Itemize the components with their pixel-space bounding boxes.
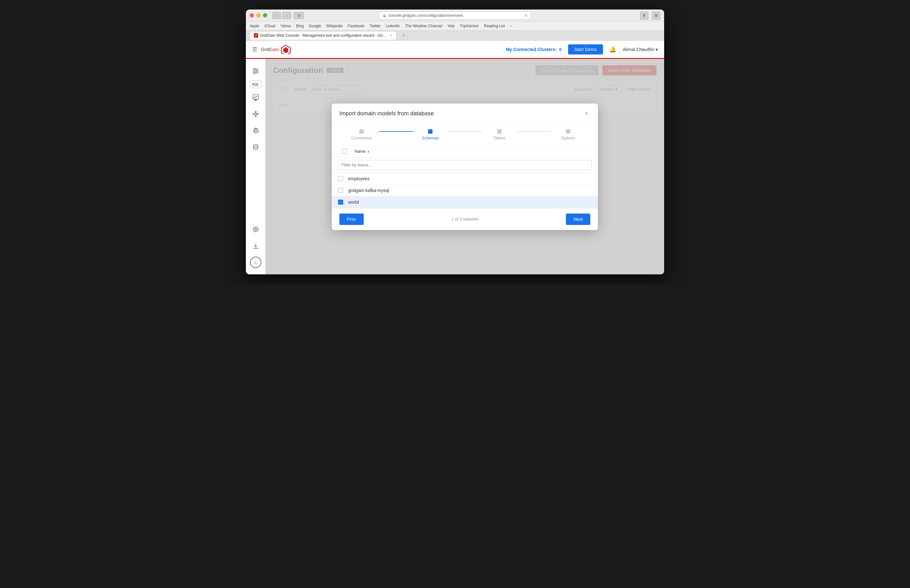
bookmark-tripadvisor[interactable]: TripAdvisor [460, 24, 479, 28]
sidebar: SQL [246, 59, 265, 275]
monitoring-sidebar-icon [252, 94, 259, 101]
lock-icon: 🔒 [382, 14, 386, 17]
back-button[interactable]: ‹ [272, 12, 281, 19]
step-tables: Tables [482, 129, 516, 141]
modal-stepper: Connection Schemas Tables [332, 123, 598, 146]
svg-point-21 [254, 144, 258, 146]
new-tab-button[interactable]: + [400, 32, 407, 39]
schema-filter-input[interactable] [338, 160, 592, 170]
bookmark-bing[interactable]: Bing [296, 24, 304, 28]
traffic-lights [250, 13, 267, 18]
modal-close-button[interactable]: × [583, 110, 590, 118]
minimize-traffic-light[interactable] [256, 13, 260, 18]
gridgain-kafka-mysql-label: gridgain-kafka-mysql [348, 188, 389, 193]
sidebar-item-database[interactable] [249, 140, 263, 154]
gridgain-kafka-mysql-checkbox[interactable] [338, 188, 343, 193]
bookmark-linkedin[interactable]: LinkedIn [386, 24, 400, 28]
employees-checkbox[interactable] [338, 176, 343, 181]
bookmark-weather[interactable]: The Weather Channel [405, 24, 442, 28]
browser-tab-bar: ⚡ GridGain Web Console - Management tool… [246, 31, 664, 40]
step-line-3 [516, 131, 551, 132]
svg-point-14 [255, 116, 256, 117]
sidebar-item-monitoring[interactable] [249, 90, 263, 105]
bookmark-icloud[interactable]: iCloud [265, 24, 275, 28]
sidebar-item-sql[interactable]: SQL [250, 81, 262, 88]
forward-button[interactable]: › [282, 12, 291, 19]
main-content: Configuration IGNITE ? Import Cluster Co… [265, 59, 664, 275]
import-modal: Import domain models from database × Con… [332, 103, 598, 230]
download-sidebar-icon [252, 242, 259, 249]
database-sidebar-icon [252, 144, 259, 150]
maximize-traffic-light[interactable] [263, 13, 267, 18]
svg-rect-10 [254, 100, 257, 101]
url-bar[interactable]: 🔒 console.gridgain.com/configuration/ove… [379, 11, 531, 19]
schema-select-all-col [338, 149, 351, 154]
sidebar-item-settings[interactable] [249, 124, 263, 137]
step-schemas-dot [428, 129, 433, 134]
sidebar-item-agent[interactable]: ◎ [249, 255, 263, 269]
sidebar-item-download[interactable] [249, 239, 263, 253]
nav-buttons: ‹ › [272, 12, 291, 19]
world-label: world [348, 200, 359, 205]
next-button[interactable]: Next [566, 213, 590, 225]
sidebar-item-support[interactable] [249, 222, 263, 236]
sidebar-item-configuration[interactable] [249, 64, 263, 78]
user-dropdown-arrow: ▾ [656, 47, 658, 52]
schema-table-header: Name ▲ [332, 146, 598, 157]
close-traffic-light[interactable] [250, 13, 254, 18]
logo-gain-text: Gain [269, 47, 279, 52]
bookmark-yahoo[interactable]: Yahoo [280, 24, 291, 28]
svg-point-5 [254, 68, 255, 70]
svg-point-13 [257, 113, 259, 115]
bookmark-google[interactable]: Google [309, 24, 321, 28]
reader-view-button[interactable]: ⊟ [294, 12, 304, 19]
svg-point-15 [253, 113, 254, 115]
step-line-2 [448, 131, 482, 132]
hamburger-menu-icon[interactable]: ☰ [252, 46, 257, 53]
step-tables-dot [497, 129, 501, 134]
step-connection-label: Connection [351, 136, 372, 141]
step-connection: Connection [344, 129, 379, 141]
sidebar-item-cluster[interactable] [249, 107, 263, 121]
svg-marker-1 [283, 47, 288, 53]
new-tab-button[interactable]: ⊞ [652, 11, 660, 19]
share-button[interactable]: ⬆ [640, 11, 648, 19]
active-tab[interactable]: ⚡ GridGain Web Console - Management tool… [250, 31, 396, 40]
reload-icon[interactable]: ↻ [524, 13, 528, 18]
prev-button[interactable]: Prev [339, 213, 364, 225]
toolbar-right: ⬆ ⊞ [640, 11, 660, 19]
settings-sidebar-icon [252, 127, 259, 134]
step-schemas: Schemas [413, 129, 448, 141]
tab-close-button[interactable]: × [390, 33, 392, 38]
sort-ascending-icon[interactable]: ▲ [367, 150, 370, 153]
logo-icon [280, 45, 291, 54]
bookmark-facebook[interactable]: Facebook [348, 24, 364, 28]
svg-rect-9 [255, 99, 257, 100]
app-container: SQL [246, 59, 664, 275]
modal-header: Import domain models from database × [332, 103, 598, 123]
schema-select-all-checkbox[interactable] [342, 149, 347, 154]
svg-point-6 [256, 70, 258, 72]
logo: GridGain [261, 45, 291, 54]
step-options: Options [551, 129, 585, 141]
schema-row-employees: employees [332, 173, 598, 185]
user-dropdown[interactable]: Akmal Chaudhri ▾ [622, 47, 658, 52]
notifications-bell-icon[interactable]: 🔔 [609, 46, 616, 53]
header-right: My Connected Clusters: 0 Start Demo 🔔 Ak… [506, 44, 658, 55]
bookmark-apple[interactable]: Apple [250, 24, 260, 28]
connected-clusters-count: 0 [559, 47, 562, 52]
svg-point-7 [254, 72, 255, 74]
svg-point-12 [255, 111, 256, 113]
step-tables-label: Tables [493, 136, 505, 141]
configuration-sidebar-icon [252, 68, 259, 74]
bookmark-yelp[interactable]: Yelp [448, 24, 455, 28]
bookmarks-bar: Apple iCloud Yahoo Bing Google Wikipedia… [246, 21, 664, 31]
schema-row-world: world [332, 196, 598, 208]
bookmark-wikipedia[interactable]: Wikipedia [326, 24, 343, 28]
world-checkbox[interactable] [338, 200, 343, 205]
schema-name-col-header: Name ▲ [354, 149, 370, 153]
bookmark-reading-list[interactable]: Reading List [484, 24, 505, 28]
start-demo-button[interactable]: Start Demo [568, 44, 603, 55]
bookmark-twitter[interactable]: Twitter [369, 24, 381, 28]
schema-row-gridgain-kafka-mysql: gridgain-kafka-mysql [332, 185, 598, 196]
